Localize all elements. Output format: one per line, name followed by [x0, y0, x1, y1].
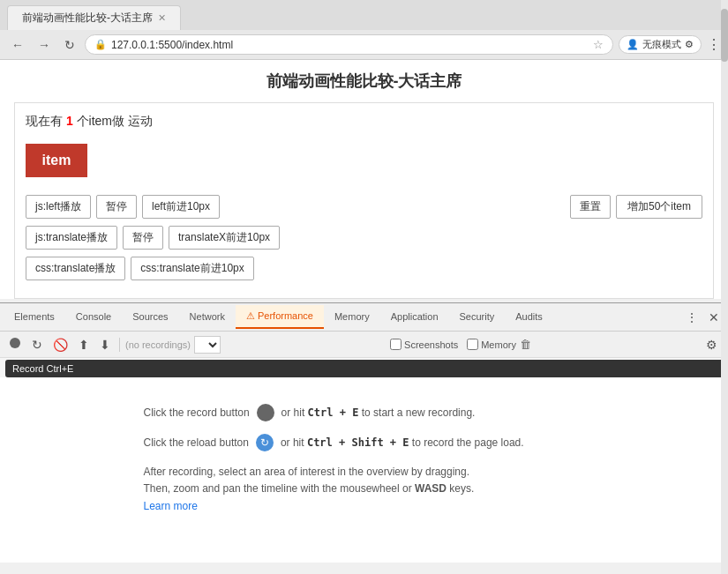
- devtools-toolbar: ↻ 🚫 ⬆ ⬇ (no recordings) Screenshots Memo…: [0, 332, 728, 358]
- warning-icon: ⚠: [246, 310, 255, 321]
- inst-record-prefix: Click the record button: [144, 406, 250, 419]
- lock-icon: 🔒: [94, 39, 107, 50]
- wasd-keys: WASD: [415, 482, 447, 495]
- main-area: 现在有 1 个item做 运动 item js:left播放 暂停 left前进…: [14, 102, 714, 299]
- url-input-box[interactable]: 🔒 127.0.0.1:5500/index.html ☆: [85, 34, 613, 55]
- tab-close-icon[interactable]: ✕: [158, 12, 166, 24]
- pause1-button[interactable]: 暂停: [96, 195, 137, 219]
- page-content: 前端动画性能比较-大话主席 现在有 1 个item做 运动 item js:le…: [0, 60, 728, 299]
- devtools-content: Click the record button or hit Ctrl + E …: [0, 377, 728, 563]
- translatex10px-button[interactable]: translateX前进10px: [169, 226, 280, 250]
- reload-circle-icon: ↻: [256, 434, 274, 451]
- buttons-row-2: js:translate播放 暂停 translateX前进10px: [26, 226, 702, 250]
- learn-more-link[interactable]: Learn more: [144, 500, 198, 512]
- scrollbar-thumb[interactable]: [721, 9, 728, 62]
- record-circle-icon: [257, 404, 274, 421]
- css-translate-play-button[interactable]: css:translate播放: [26, 257, 125, 280]
- clear-button[interactable]: 🚫: [49, 336, 71, 354]
- browser-tab[interactable]: 前端动画性能比较-大话主席 ✕: [7, 5, 181, 30]
- tab-elements[interactable]: Elements: [4, 306, 65, 329]
- scrollbar[interactable]: [721, 0, 728, 574]
- download-button[interactable]: ⬇: [96, 336, 114, 354]
- tab-application[interactable]: Application: [380, 306, 449, 329]
- page-title: 前端动画性能比较-大话主席: [0, 60, 728, 99]
- status-line: 现在有 1 个item做 运动: [26, 114, 702, 130]
- devtools-tabs: Elements Console Sources Network ⚠ Perfo…: [0, 303, 728, 332]
- url-text: 127.0.0.1:5500/index.html: [111, 39, 589, 51]
- instructions-panel: Click the record button or hit Ctrl + E …: [144, 404, 585, 513]
- inst-reload-text: or hit Ctrl + Shift + E to record the pa…: [281, 435, 524, 451]
- pause2-button[interactable]: 暂停: [123, 226, 163, 250]
- inst-reload-prefix: Click the reload button: [144, 436, 249, 449]
- after-recording-text: After recording, select an area of inter…: [144, 464, 585, 497]
- record-button[interactable]: [5, 335, 25, 354]
- reset-button[interactable]: 重置: [570, 195, 611, 219]
- tab-sources[interactable]: Sources: [122, 306, 178, 329]
- buttons-row-1: js:left播放 暂停 left前进10px 重置 增加50个item: [26, 195, 702, 219]
- browser-chrome: 前端动画性能比较-大话主席 ✕ ← → ↻ 🔒 127.0.0.1:5500/i…: [0, 0, 728, 60]
- record-instruction: Click the record button or hit Ctrl + E …: [144, 404, 585, 421]
- settings-icon: ⚙: [685, 39, 694, 50]
- devtools-settings-button[interactable]: ⚙: [701, 334, 723, 355]
- css-translate-forward-button[interactable]: css:translate前进10px: [131, 257, 253, 280]
- tab-memory[interactable]: Memory: [324, 306, 380, 329]
- incognito-mode-button[interactable]: 👤 无痕模式 ⚙: [619, 35, 702, 54]
- after-recording-section: After recording, select an area of inter…: [144, 464, 585, 513]
- screenshots-checkbox[interactable]: [390, 339, 402, 350]
- devtools-more-button[interactable]: ⋮: [680, 307, 703, 328]
- address-actions: 👤 无痕模式 ⚙ ⋮: [619, 35, 721, 54]
- tab-audits[interactable]: Audits: [505, 306, 553, 329]
- tab-console[interactable]: Console: [65, 306, 122, 329]
- recordings-dropdown[interactable]: [194, 336, 221, 354]
- trash-button[interactable]: 🗑: [520, 338, 531, 351]
- forward-button[interactable]: →: [34, 36, 55, 54]
- inst-record-text: or hit Ctrl + E to start a new recording…: [281, 405, 476, 421]
- js-left-play-button[interactable]: js:left播放: [26, 195, 91, 219]
- record-tooltip: Record Ctrl+E: [5, 360, 728, 377]
- no-recordings-label: (no recordings): [125, 339, 191, 350]
- address-bar: ← → ↻ 🔒 127.0.0.1:5500/index.html ☆ 👤 无痕…: [0, 30, 728, 59]
- toolbar-separator: [119, 338, 120, 352]
- refresh-button[interactable]: ↻: [60, 36, 79, 54]
- memory-checkbox-label[interactable]: Memory: [467, 339, 516, 350]
- svg-point-0: [10, 338, 20, 348]
- incognito-icon: 👤: [627, 39, 639, 50]
- memory-checkbox[interactable]: [467, 339, 478, 350]
- add50-button[interactable]: 增加50个item: [616, 195, 702, 219]
- screenshots-checkbox-label[interactable]: Screenshots: [390, 339, 458, 350]
- item-box: item: [26, 144, 87, 177]
- upload-button[interactable]: ⬆: [75, 336, 93, 354]
- tab-performance[interactable]: ⚠ Performance: [236, 305, 324, 329]
- more-menu-button[interactable]: ⋮: [707, 36, 721, 53]
- star-icon[interactable]: ☆: [593, 38, 604, 51]
- reload-record-button[interactable]: ↻: [28, 336, 46, 354]
- reload-instruction: Click the reload button ↻ or hit Ctrl + …: [144, 434, 585, 451]
- devtools-panel: Elements Console Sources Network ⚠ Perfo…: [0, 302, 728, 563]
- tab-network[interactable]: Network: [179, 306, 236, 329]
- js-translate-play-button[interactable]: js:translate播放: [26, 226, 117, 250]
- tab-security[interactable]: Security: [449, 306, 506, 329]
- left10px-button[interactable]: left前进10px: [142, 195, 220, 219]
- back-button[interactable]: ←: [7, 36, 28, 54]
- tab-label: 前端动画性能比较-大话主席: [22, 11, 153, 26]
- buttons-row-3: css:translate播放 css:translate前进10px: [26, 257, 702, 280]
- tab-bar: 前端动画性能比较-大话主席 ✕: [0, 0, 728, 30]
